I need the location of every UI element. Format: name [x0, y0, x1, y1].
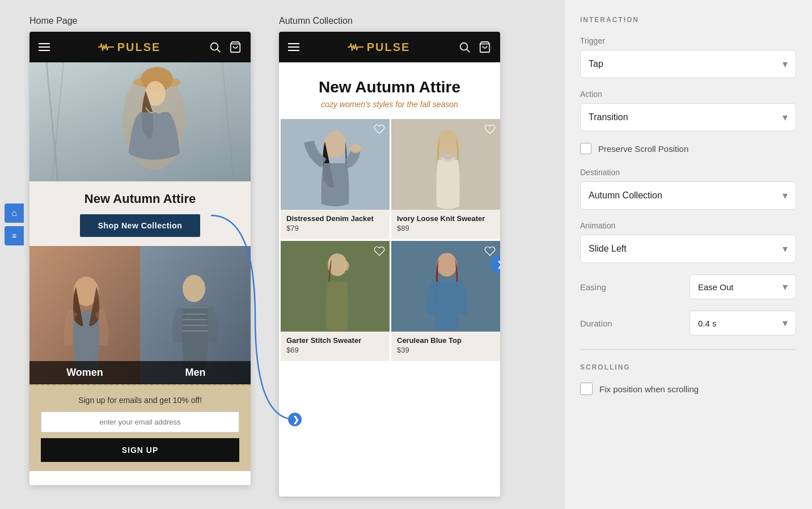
cart-icon[interactable]: [229, 41, 242, 53]
svg-line-3: [46, 62, 58, 181]
autumn-cart-icon[interactable]: [479, 41, 491, 53]
heart-icon-1[interactable]: [374, 124, 385, 135]
destination-dropdown[interactable]: Autumn Collection ▾: [580, 181, 796, 210]
interaction-section-title: INTERACTION: [580, 16, 796, 24]
heart-icon-3[interactable]: [374, 245, 385, 257]
nav-icons: [209, 41, 242, 53]
men-label: Men: [140, 361, 251, 384]
autumn-hamburger[interactable]: [288, 43, 299, 51]
category-grid: Women: [29, 246, 251, 384]
pulse-wave-icon: [98, 42, 114, 52]
autumn-collection-screen: PULSE New Autumn: [279, 32, 500, 497]
svg-point-0: [211, 43, 218, 50]
newsletter-text: Sign up for emails and get 10% off!: [41, 396, 239, 405]
trigger-label: Trigger: [580, 36, 796, 45]
product-card-cerulean[interactable]: Cerulean Blue Top $39: [391, 241, 500, 361]
product-card-knit[interactable]: Ivory Loose Knit Sweater $89: [391, 119, 500, 239]
product-price-3: $69: [286, 346, 384, 354]
action-dropdown[interactable]: Transition ▾: [580, 103, 796, 132]
scrolling-section-title: SCROLLING: [580, 363, 796, 371]
heart-icon-4[interactable]: [484, 245, 496, 257]
destination-chevron: ▾: [783, 189, 788, 202]
autumn-title: New Autumn Attire: [290, 78, 489, 96]
home-tab[interactable]: ⌂: [5, 203, 24, 223]
women-category[interactable]: Women: [29, 246, 140, 384]
action-label: Action: [580, 90, 796, 99]
hero-image: [29, 62, 251, 181]
svg-line-23: [467, 49, 470, 52]
trigger-field: Trigger Tap ▾: [580, 36, 796, 78]
duration-dropdown[interactable]: 0.4 s ▾: [690, 311, 796, 336]
easing-label: Easing: [580, 282, 606, 292]
women-label: Women: [29, 361, 140, 384]
autumn-hero-text: New Autumn Attire cozy women's styles fo…: [279, 62, 500, 119]
autumn-navbar: PULSE: [279, 32, 500, 62]
svg-point-34: [437, 253, 457, 277]
easing-chevron: ▾: [783, 281, 788, 293]
autumn-subtitle: cozy women's styles for the fall season: [290, 100, 489, 109]
preserve-scroll-label: Preserve Scroll Position: [598, 144, 688, 154]
duration-row: Duration 0.4 s ▾: [580, 311, 796, 336]
trigger-dropdown[interactable]: Tap ▾: [580, 50, 796, 78]
search-icon[interactable]: [209, 41, 221, 53]
section-divider: [580, 349, 796, 350]
newsletter-section: Sign up for emails and get 10% off! SIGN…: [29, 384, 251, 471]
product-card-denim[interactable]: Distressed Denim Jacket $79: [281, 119, 390, 239]
home-page-label: Home Page: [29, 16, 78, 26]
hero-content: New Autumn Attire Shop New Collection: [29, 181, 251, 246]
animation-chevron: ▾: [783, 243, 788, 255]
hero-title: New Autumn Attire: [41, 192, 239, 206]
product-name-4: Cerulean Blue Top: [397, 336, 494, 345]
product-name-3: Garter Stitch Sweater: [286, 336, 384, 345]
product-name-1: Distressed Denim Jacket: [286, 214, 384, 223]
svg-point-15: [183, 275, 205, 302]
product-card-garter[interactable]: Garter Stitch Sweater $69: [281, 241, 390, 361]
home-page-screen: PULSE: [29, 32, 251, 485]
products-grid: Distressed Denim Jacket $79: [279, 119, 500, 363]
home-page-container: ⌂ ≡ Home Page PULSE: [29, 16, 251, 485]
duration-chevron: ▾: [783, 317, 788, 329]
product-name-2: Ivory Loose Knit Sweater: [397, 214, 494, 223]
svg-line-5: [222, 62, 234, 181]
action-chevron: ▾: [783, 111, 788, 124]
svg-line-1: [217, 49, 220, 52]
autumn-search-icon[interactable]: [458, 41, 471, 53]
animation-label: Animation: [580, 221, 796, 230]
fix-position-row: Fix position when scrolling: [580, 383, 796, 395]
svg-point-29: [438, 129, 458, 154]
autumn-collection-label: Autumn Collection: [279, 16, 353, 26]
autumn-brand-logo: PULSE: [348, 41, 411, 54]
shop-new-collection-button[interactable]: Shop New Collection: [80, 214, 201, 237]
trigger-chevron: ▾: [783, 58, 788, 70]
interaction-panel: INTERACTION Trigger Tap ▾ Action Transit…: [564, 0, 812, 509]
destination-field: Destination Autumn Collection ▾: [580, 168, 796, 210]
product-price-4: $39: [397, 346, 494, 354]
svg-point-22: [460, 43, 468, 50]
destination-label: Destination: [580, 168, 796, 177]
fix-position-checkbox[interactable]: [580, 383, 593, 395]
mobile-navbar: PULSE: [29, 32, 251, 62]
hamburger-icon[interactable]: [39, 43, 50, 51]
autumn-collection-container: Autumn Collection PULSE: [279, 16, 500, 497]
animation-dropdown[interactable]: Slide Left ▾: [580, 235, 796, 263]
email-input[interactable]: [41, 412, 239, 432]
signup-button[interactable]: SIGN UP: [41, 438, 239, 462]
svg-point-32: [344, 261, 349, 270]
preserve-scroll-checkbox[interactable]: [580, 143, 591, 154]
easing-dropdown[interactable]: Ease Out ▾: [690, 274, 796, 299]
svg-point-27: [350, 144, 361, 153]
duration-label: Duration: [580, 319, 612, 328]
product-price-1: $79: [286, 224, 384, 232]
easing-row: Easing Ease Out ▾: [580, 274, 796, 299]
product-price-2: $89: [397, 224, 494, 232]
svg-line-4: [52, 62, 64, 181]
men-category[interactable]: Men: [140, 246, 251, 384]
brand-logo: PULSE: [98, 41, 161, 54]
menu-tab[interactable]: ≡: [5, 226, 24, 245]
fix-position-label: Fix position when scrolling: [599, 384, 699, 394]
preserve-scroll-row: Preserve Scroll Position: [580, 143, 796, 154]
animation-field: Animation Slide Left ▾: [580, 221, 796, 263]
heart-icon-2[interactable]: [484, 124, 496, 135]
action-field: Action Transition ▾: [580, 90, 796, 132]
